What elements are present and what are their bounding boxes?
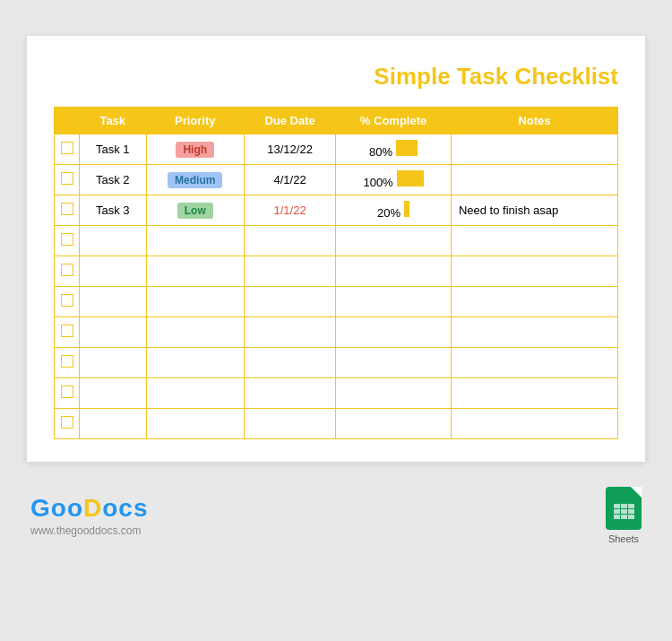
table-row [55,378,618,409]
logo-text: GooDocs [30,494,148,523]
priority-cell [146,256,245,287]
complete-cell [336,378,452,409]
col-complete: % Complete [336,108,452,134]
checkbox[interactable] [61,385,73,398]
checkbox[interactable] [61,233,73,246]
notes-cell [451,256,617,287]
logo-docs: ocs [102,494,148,522]
due-date-cell: 1/1/22 [245,195,336,226]
table-row: Task 1High13/12/2280% [55,134,618,165]
notes-cell [451,409,617,439]
checkbox[interactable] [61,264,73,276]
page-title: Simple Task Checklist [54,63,618,91]
complete-cell [336,409,452,439]
complete-text: 80% [369,145,392,159]
task-name-cell [80,226,147,256]
logo-oo: D [83,494,102,522]
priority-cell: Medium [146,165,245,195]
due-date-cell [245,409,336,439]
priority-badge: Low [177,203,213,219]
complete-text: 20% [377,206,401,220]
col-duedate: Due Date [245,108,336,134]
checkbox-cell[interactable] [55,287,80,317]
complete-cell [336,348,452,378]
complete-cell [336,287,452,317]
notes-cell [451,134,617,165]
checkbox[interactable] [61,325,73,337]
notes-cell [451,317,617,348]
col-notes: Notes [451,108,617,134]
due-date-cell [245,226,336,256]
priority-cell [146,287,245,317]
complete-text: 100% [363,176,392,189]
checkbox-cell[interactable] [55,348,80,378]
task-name-cell [80,378,147,409]
priority-cell: High [146,134,245,165]
sheets-icon-area: Sheets [606,487,642,544]
table-row: Task 3Low1/1/2220%Need to finish asap [55,195,618,226]
due-date-cell [245,348,336,378]
checkbox-cell[interactable] [55,378,80,409]
complete-cell [336,256,452,287]
checkbox[interactable] [61,142,73,154]
sheets-icon-grid [614,504,634,519]
complete-cell [336,317,452,348]
table-row [55,287,618,317]
sheets-icon-box [606,487,642,530]
priority-cell: Low [146,195,245,226]
priority-cell [146,409,245,439]
logo-url: www.thegooddocs.com [30,524,141,537]
checkbox[interactable] [61,172,73,185]
checkbox-cell[interactable] [55,317,80,348]
checkbox[interactable] [61,294,73,307]
table-row [55,317,618,348]
due-date-cell: 13/12/22 [245,134,336,165]
checkbox[interactable] [61,203,73,215]
notes-cell [451,165,617,195]
progress-bar [396,140,418,156]
table-row [55,256,618,287]
checkbox[interactable] [61,355,73,368]
notes-cell [451,287,617,317]
notes-cell [451,348,617,378]
table-row [55,226,618,256]
task-name-cell [80,287,147,317]
task-table: Task Priority Due Date % Complete Notes … [54,107,618,439]
complete-cell [336,226,452,256]
complete-cell: 20% [336,195,452,226]
checkbox[interactable] [61,416,73,429]
complete-cell: 80% [336,134,452,165]
checkbox-cell[interactable] [55,165,80,195]
col-checkbox [55,108,80,134]
due-date-cell [245,378,336,409]
task-name-cell [80,409,147,439]
priority-badge: High [176,142,214,158]
priority-badge: Medium [168,172,222,188]
checkbox-cell[interactable] [55,134,80,165]
due-date-cell: 4/1/22 [245,165,336,195]
checkbox-cell[interactable] [55,409,80,439]
checkbox-cell[interactable] [55,256,80,287]
task-name-cell: Task 2 [80,165,147,195]
checkbox-cell[interactable] [55,195,80,226]
notes-cell [451,226,617,256]
task-name-cell [80,317,147,348]
due-date-cell [245,256,336,287]
task-name-cell [80,348,147,378]
priority-cell [146,348,245,378]
logo-area: GooDocs www.thegooddocs.com [30,494,148,537]
col-task: Task [80,108,147,134]
priority-cell [146,317,245,348]
sheets-label: Sheets [608,533,639,544]
checkbox-cell[interactable] [55,226,80,256]
progress-bar [404,201,409,217]
page-footer: GooDocs www.thegooddocs.com Sheets [27,487,645,544]
notes-cell: Need to finish asap [451,195,617,226]
table-row [55,348,618,378]
priority-cell [146,378,245,409]
complete-cell: 100% [336,165,452,195]
priority-cell [146,226,245,256]
main-page: Simple Task Checklist Task Priority Due … [27,36,645,462]
task-name-cell: Task 3 [80,195,147,226]
logo-goo: Goo [30,494,83,522]
